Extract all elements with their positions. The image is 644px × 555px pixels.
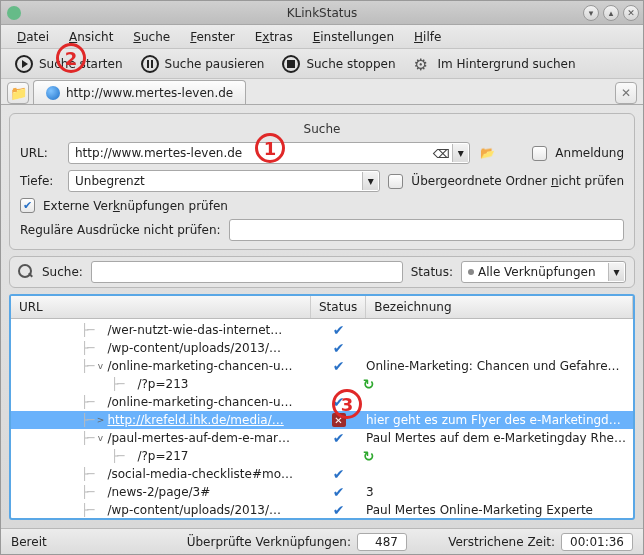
table-row[interactable]: ├─/social-media-checkliste#mo…✔ — [11, 465, 633, 483]
row-url: /paul-mertes-auf-dem-e-mar… — [107, 431, 290, 445]
table-row[interactable]: ├─>http://krefeld.ihk.de/media/…✕hier ge… — [11, 411, 633, 429]
filter-search-input[interactable] — [91, 261, 403, 283]
background-search-button[interactable]: ⚙Im Hintergrund suchen — [408, 52, 582, 76]
check-icon: ✔ — [333, 394, 345, 410]
table-row[interactable]: ├─/?p=213↻ — [11, 375, 633, 393]
search-icon — [18, 264, 34, 280]
table-row[interactable]: ├─/?p=217↻ — [11, 447, 633, 465]
maximize-button[interactable]: ▴ — [603, 5, 619, 21]
row-url: /wer-nutzt-wie-das-internet… — [107, 323, 282, 337]
login-label: Anmeldung — [555, 146, 624, 160]
new-tab-button[interactable]: 📁 — [7, 82, 29, 104]
row-label: Paul Mertes Online-Marketing Experte — [366, 503, 633, 517]
row-url: /wp-content/uploads/2013/… — [107, 341, 281, 355]
elapsed-value: 00:01:36 — [561, 533, 633, 551]
col-url[interactable]: URL — [11, 296, 311, 318]
filter-bar: Suche: Status: Alle Verknüpfungen ▾ — [9, 256, 635, 288]
external-label: Externe Verknüpfungen prüfen — [43, 199, 228, 213]
toolbar: Suche starten Suche pausieren Suche stop… — [1, 49, 643, 79]
check-icon: ✔ — [333, 322, 345, 338]
pause-icon — [141, 55, 159, 73]
statusbar: Bereit Überprüfte Verknüpfungen:487 Vers… — [1, 528, 643, 554]
tree-expander[interactable]: v — [95, 433, 105, 443]
pause-search-button[interactable]: Suche pausieren — [135, 52, 271, 76]
menu-window[interactable]: Fenster — [180, 27, 245, 47]
error-icon: ✕ — [332, 413, 346, 427]
tree-expander[interactable]: v — [95, 361, 105, 371]
url-input[interactable]: http://www.mertes-leven.de ⌫ ▾ — [68, 142, 470, 164]
url-label: URL: — [20, 146, 60, 160]
login-checkbox[interactable] — [532, 146, 547, 161]
filter-search-label: Suche: — [42, 265, 83, 279]
tab-close-button[interactable]: ✕ — [615, 82, 637, 104]
depth-select[interactable]: Unbegrenzt ▾ — [68, 170, 380, 192]
table-row[interactable]: ├─/online-marketing-chancen-u…✔ — [11, 393, 633, 411]
search-group: Suche URL: http://www.mertes-leven.de ⌫ … — [9, 113, 635, 250]
menu-search[interactable]: Suche — [123, 27, 180, 47]
col-label[interactable]: Bezeichnung — [366, 296, 633, 318]
row-url: /?p=213 — [137, 377, 188, 391]
menu-view[interactable]: Ansicht — [59, 27, 123, 47]
start-search-button[interactable]: Suche starten — [9, 52, 129, 76]
row-url: /?p=217 — [137, 449, 188, 463]
minimize-button[interactable]: ▾ — [583, 5, 599, 21]
check-icon: ✔ — [333, 466, 345, 482]
tab-label: http://www.mertes-leven.de — [66, 86, 233, 100]
filter-status-select[interactable]: Alle Verknüpfungen ▾ — [461, 261, 626, 283]
regex-label: Reguläre Ausdrücke nicht prüfen: — [20, 223, 221, 237]
row-url: /social-media-checkliste#mo… — [107, 467, 293, 481]
filter-status-label: Status: — [411, 265, 453, 279]
check-icon: ✔ — [333, 340, 345, 356]
group-title: Suche — [20, 122, 624, 136]
table-row[interactable]: ├─/news-2/page/3#✔3 — [11, 483, 633, 501]
play-icon — [15, 55, 33, 73]
tab-active[interactable]: http://www.mertes-leven.de — [33, 80, 246, 104]
stop-search-button[interactable]: Suche stoppen — [276, 52, 401, 76]
check-icon: ✔ — [333, 358, 345, 374]
menu-help[interactable]: Hilfe — [404, 27, 451, 47]
table-row[interactable]: ├─v/paul-mertes-auf-dem-e-mar…✔Paul Mert… — [11, 429, 633, 447]
chevron-down-icon[interactable]: ▾ — [362, 172, 378, 190]
clear-url-icon[interactable]: ⌫ — [433, 146, 449, 162]
parent-label: Übergeordnete Ordner nicht prüfen — [411, 174, 624, 188]
check-icon: ✔ — [333, 430, 345, 446]
redirect-icon: ↻ — [363, 376, 375, 392]
table-row[interactable]: ├─/wp-content/uploads/2013/…✔Paul Mertes… — [11, 501, 633, 518]
row-label: Paul Mertes auf dem e-Marketingday Rhein… — [366, 431, 633, 445]
checked-label: Überprüfte Verknüpfungen: — [187, 535, 351, 549]
row-url: /wp-content/uploads/2013/… — [107, 503, 281, 517]
row-url: /online-marketing-chancen-u… — [107, 359, 292, 373]
chevron-down-icon[interactable]: ▾ — [452, 144, 468, 162]
menu-settings[interactable]: Einstellungen — [303, 27, 404, 47]
table-row[interactable]: ├─/wp-content/uploads/2013/…✔ — [11, 339, 633, 357]
row-url: /online-marketing-chancen-u… — [107, 395, 292, 409]
menu-file[interactable]: Datei — [7, 27, 59, 47]
globe-icon — [46, 86, 60, 100]
table-row[interactable]: ├─v/online-marketing-chancen-u…✔Online-M… — [11, 357, 633, 375]
checked-value: 487 — [357, 533, 407, 551]
row-url: http://krefeld.ihk.de/media/… — [107, 413, 283, 427]
elapsed-label: Verstrichene Zeit: — [448, 535, 555, 549]
results-table: URL Status Bezeichnung ├─/wer-nutzt-wie-… — [9, 294, 635, 520]
redirect-icon: ↻ — [363, 448, 375, 464]
check-icon: ✔ — [333, 484, 345, 500]
row-label: Online-Marketing: Chancen und Gefahren f… — [366, 359, 633, 373]
status-dot-icon — [468, 269, 474, 275]
col-status[interactable]: Status — [311, 296, 366, 318]
check-icon: ✔ — [333, 502, 345, 518]
chevron-down-icon[interactable]: ▾ — [608, 263, 624, 281]
open-file-icon[interactable]: 📂 — [478, 144, 496, 162]
row-label: hier geht es zum Flyer des e-Marketingda… — [366, 413, 633, 427]
regex-input[interactable] — [229, 219, 624, 241]
menu-extras[interactable]: Extras — [245, 27, 303, 47]
stop-icon — [282, 55, 300, 73]
close-button[interactable]: ✕ — [623, 5, 639, 21]
depth-label: Tiefe: — [20, 174, 60, 188]
table-row[interactable]: ├─/wer-nutzt-wie-das-internet…✔ — [11, 321, 633, 339]
parent-checkbox[interactable] — [388, 174, 403, 189]
tree-expander[interactable]: > — [95, 415, 105, 425]
external-checkbox[interactable]: ✔ — [20, 198, 35, 213]
row-label: 3 — [366, 485, 633, 499]
row-url: /news-2/page/3# — [107, 485, 210, 499]
status-ready: Bereit — [11, 535, 47, 549]
